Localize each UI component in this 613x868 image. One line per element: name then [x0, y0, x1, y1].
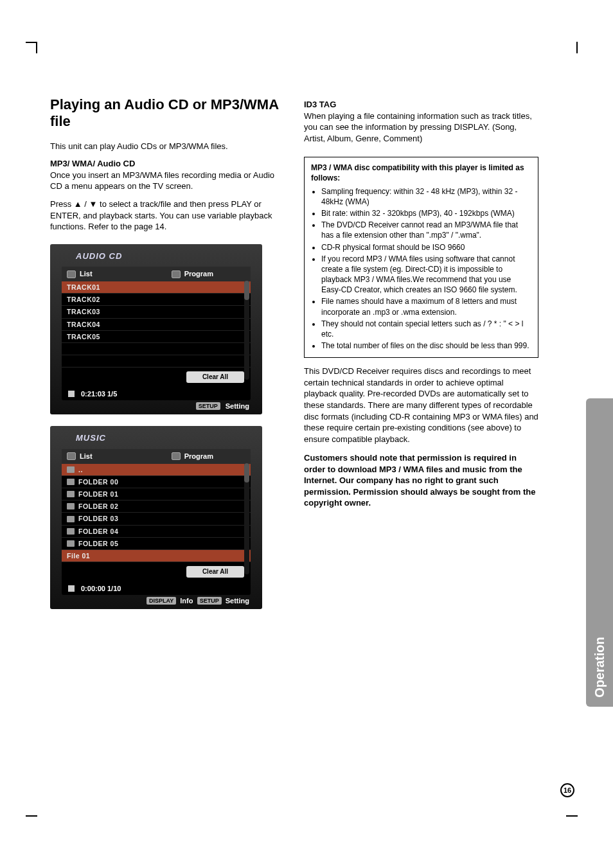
left-column: Playing an Audio CD or MP3/WMA file This… — [50, 96, 285, 609]
list-item[interactable]: TRACK01 — [62, 281, 251, 294]
audio-cd-panel: AUDIO CD List Program TRACK01 TRACK02 TR… — [50, 244, 262, 415]
closing-bold-paragraph: Customers should note that permission is… — [304, 452, 538, 509]
compatibility-notebox: MP3 / WMA disc compatibility with this p… — [304, 157, 538, 358]
notebox-heading: MP3 / WMA disc compatibility with this p… — [311, 163, 531, 183]
note-item: Bit rate: within 32 - 320kbps (MP3), 40 … — [321, 208, 531, 218]
info-label: Info — [180, 596, 193, 606]
folder-icon — [67, 503, 75, 509]
crop-mark — [26, 815, 37, 817]
closing-paragraph: This DVD/CD Receiver requires discs and … — [304, 366, 538, 445]
list-header: List — [80, 452, 93, 461]
list-icon — [67, 452, 76, 460]
note-item: CD-R physical format should be ISO 9660 — [321, 242, 531, 252]
right-column: ID3 TAG When playing a file containing i… — [304, 96, 538, 609]
subheading-mp3: MP3/ WMA/ Audio CD — [50, 158, 285, 170]
list-item[interactable]: TRACK02 — [62, 294, 251, 306]
section-tab: Operation — [586, 398, 613, 707]
folder-icon — [67, 528, 75, 535]
folder-icon — [67, 516, 75, 522]
folder-icon — [67, 540, 75, 547]
body-text: Once you insert an MP3/WMA files recordi… — [50, 170, 285, 192]
page-number: 16 — [560, 783, 574, 797]
note-item: The total number of files on the disc sh… — [321, 341, 531, 351]
intro-text: This unit can play Audio CDs or MP3/WMA … — [50, 141, 285, 152]
program-header: Program — [184, 269, 213, 279]
id3-body: When playing a file containing informati… — [304, 111, 538, 145]
body-text: Press ▲ / ▼ to select a track/file and t… — [50, 199, 285, 233]
setting-label: Setting — [226, 596, 249, 606]
display-tag: DISPLAY — [147, 597, 176, 605]
music-panel: MUSIC List Program .. FOLDER 00 FOLDER 0… — [50, 426, 262, 609]
folder-list: .. FOLDER 00 FOLDER 01 FOLDER 02 FOLDER … — [62, 464, 251, 562]
list-item[interactable]: FOLDER 05 — [62, 538, 251, 550]
list-header: List — [80, 269, 93, 279]
playback-status: 0:21:03 1/5 — [81, 389, 117, 399]
note-item: The DVD/CD Receiver cannot read an MP3/W… — [321, 220, 531, 240]
list-item — [62, 343, 251, 355]
list-item[interactable]: FOLDER 03 — [62, 513, 251, 525]
list-item[interactable]: TRACK05 — [62, 331, 251, 343]
crop-mark — [576, 42, 578, 53]
clear-all-button[interactable]: Clear All — [186, 566, 244, 578]
folder-icon — [67, 491, 75, 497]
crop-mark — [566, 815, 578, 817]
note-item: They should not contain special letters … — [321, 319, 531, 339]
list-item[interactable]: FOLDER 04 — [62, 526, 251, 538]
section-tab-label: Operation — [592, 637, 607, 697]
list-item — [62, 355, 251, 368]
note-item: If you record MP3 / WMA files using soft… — [321, 254, 531, 296]
clear-all-button[interactable]: Clear All — [186, 371, 244, 383]
program-icon — [172, 270, 181, 278]
folder-icon — [67, 479, 75, 485]
list-item[interactable]: FOLDER 02 — [62, 500, 251, 513]
playback-status: 0:00:00 1/10 — [81, 584, 121, 594]
notebox-list: Sampling frequency: within 32 - 48 kHz (… — [311, 186, 531, 351]
list-icon — [67, 270, 76, 278]
note-item: File names should have a maximum of 8 le… — [321, 296, 531, 317]
scrollbar[interactable] — [244, 281, 249, 379]
list-item[interactable]: .. — [62, 464, 251, 476]
list-item[interactable]: TRACK03 — [62, 306, 251, 318]
list-item[interactable]: File 01 — [62, 550, 251, 562]
setup-tag: SETUP — [196, 402, 220, 410]
setting-label: Setting — [226, 402, 249, 411]
note-item: Sampling frequency: within 32 - 48 kHz (… — [321, 186, 531, 207]
setup-tag: SETUP — [197, 597, 222, 605]
stop-icon — [68, 391, 75, 397]
id3-heading: ID3 TAG — [304, 99, 538, 111]
panel-title: MUSIC — [50, 426, 262, 449]
crop-mark — [36, 42, 37, 53]
list-item[interactable]: TRACK04 — [62, 319, 251, 331]
program-icon — [172, 452, 181, 460]
scrollbar[interactable] — [244, 463, 249, 574]
stop-icon — [68, 585, 75, 592]
track-list: TRACK01 TRACK02 TRACK03 TRACK04 TRACK05 — [62, 281, 251, 368]
program-header: Program — [184, 452, 213, 461]
up-folder-icon — [67, 466, 75, 473]
panel-title: AUDIO CD — [50, 244, 262, 267]
section-title: Playing an Audio CD or MP3/WMA file — [50, 96, 285, 130]
list-item[interactable]: FOLDER 00 — [62, 476, 251, 488]
list-item[interactable]: FOLDER 01 — [62, 488, 251, 500]
